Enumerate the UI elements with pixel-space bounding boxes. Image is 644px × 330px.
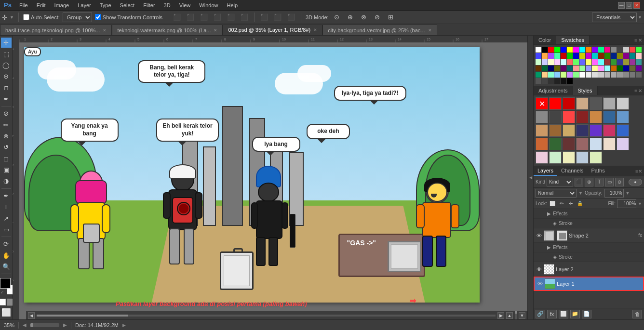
shape-tool[interactable]: ▭ xyxy=(1,224,12,235)
close-tab-3[interactable]: ✕ xyxy=(313,27,317,32)
style-swatch[interactable] xyxy=(576,138,589,150)
style-swatch[interactable] xyxy=(563,138,575,150)
layer-1[interactable]: 👁 Layer 1 xyxy=(534,277,644,291)
menu-window[interactable]: Window xyxy=(195,1,222,9)
color-swatch[interactable] xyxy=(617,72,623,78)
color-swatch[interactable] xyxy=(617,47,623,53)
color-swatch[interactable] xyxy=(561,72,566,78)
add-mask-btn[interactable]: ⬜ xyxy=(559,310,568,318)
3d-rotate-tool[interactable]: ⟳ xyxy=(1,239,12,249)
opacity-arrow[interactable]: ▼ xyxy=(626,191,630,196)
align-top-btn[interactable]: ⬛ xyxy=(212,12,223,23)
color-swatch[interactable] xyxy=(561,66,566,71)
filter-adjust-btn[interactable]: ⊕ xyxy=(585,178,593,186)
color-swatch[interactable] xyxy=(623,72,629,78)
panel-menu-btn[interactable]: ≡ xyxy=(634,38,637,43)
style-swatch[interactable] xyxy=(549,124,562,137)
style-swatch[interactable] xyxy=(576,151,589,164)
style-swatch[interactable] xyxy=(536,111,548,123)
color-swatch[interactable] xyxy=(598,72,604,78)
tab-4[interactable]: city-background-vector.jpg @ 25% (bac...… xyxy=(322,25,437,35)
color-swatch[interactable] xyxy=(623,59,629,65)
opacity-input[interactable] xyxy=(604,189,624,198)
color-swatch[interactable] xyxy=(536,66,541,71)
color-swatch[interactable] xyxy=(573,47,579,53)
canvas-area[interactable]: 1 2 3 4 5 6 7 8 9 xyxy=(13,36,527,319)
menu-3d[interactable]: 3D xyxy=(160,1,174,9)
3d-btn3[interactable]: ⊗ xyxy=(359,12,369,23)
auto-select-checkbox[interactable] xyxy=(23,14,29,20)
brush-tool[interactable]: ✏ xyxy=(1,119,12,130)
hand-tool[interactable]: ✋ xyxy=(1,250,12,260)
layers-filter-select[interactable]: Kind xyxy=(547,178,573,186)
layers-list[interactable]: ▶ Effects ◈ Stroke 👁 Shape 2 xyxy=(534,209,644,308)
filter-toggle[interactable]: ● xyxy=(629,179,642,185)
color-swatch[interactable] xyxy=(592,66,598,71)
menu-image[interactable]: Image xyxy=(51,1,73,9)
3d-btn4[interactable]: ⊘ xyxy=(372,12,383,23)
color-swatch[interactable] xyxy=(604,66,610,71)
color-swatch[interactable] xyxy=(611,66,617,71)
close-tab-2[interactable]: ✕ xyxy=(214,28,217,33)
clone-stamp-tool[interactable]: ⊗ xyxy=(1,131,12,141)
color-swatch[interactable] xyxy=(592,53,598,59)
color-swatch[interactable] xyxy=(542,59,548,65)
color-swatch[interactable] xyxy=(536,72,541,78)
color-swatch[interactable] xyxy=(630,53,635,59)
color-swatch[interactable] xyxy=(630,47,635,53)
transform-controls-checkbox[interactable] xyxy=(95,14,101,20)
menu-filter[interactable]: Filter xyxy=(139,1,159,9)
color-swatch[interactable] xyxy=(604,59,610,65)
filter-shape-btn[interactable]: ▭ xyxy=(605,178,614,186)
align-center-btn[interactable]: ⬛ xyxy=(185,12,196,23)
style-swatch[interactable] xyxy=(549,151,562,164)
marquee-tool[interactable]: ⬚ xyxy=(1,49,12,59)
lock-pixels-btn[interactable]: ✏ xyxy=(558,200,565,208)
color-swatch[interactable] xyxy=(542,66,548,71)
color-swatch[interactable] xyxy=(567,78,573,84)
align-left-btn[interactable]: ⬛ xyxy=(172,12,182,23)
color-swatch[interactable] xyxy=(548,66,554,71)
fill-input[interactable] xyxy=(617,199,636,208)
style-swatch[interactable] xyxy=(617,111,629,123)
color-swatch[interactable] xyxy=(554,78,560,84)
lock-all-btn[interactable]: 🔒 xyxy=(576,200,584,208)
color-swatch[interactable] xyxy=(542,72,548,78)
visibility-layer1[interactable]: 👁 xyxy=(537,280,543,287)
canvas-scroll-prev[interactable]: ▲ xyxy=(506,312,513,319)
collapse-panel-button[interactable]: ◀ xyxy=(527,36,533,319)
layer-2[interactable]: 👁 Layer 2 xyxy=(534,262,644,277)
adjustments-tab[interactable]: Adjustments xyxy=(534,86,573,95)
color-swatch[interactable] xyxy=(536,59,541,65)
style-swatch[interactable] xyxy=(563,151,575,164)
color-swatch[interactable] xyxy=(617,53,623,59)
new-layer-btn[interactable]: 📄 xyxy=(582,310,591,318)
color-swatch[interactable] xyxy=(592,47,598,53)
color-swatch[interactable] xyxy=(630,59,635,65)
color-swatch[interactable] xyxy=(611,47,617,53)
align-right-btn[interactable]: ⬛ xyxy=(199,12,209,23)
zoom-slider[interactable] xyxy=(30,323,59,327)
zoom-out-btn[interactable]: ◀ xyxy=(23,322,27,328)
maximize-button[interactable]: □ xyxy=(626,2,632,9)
style-swatch[interactable] xyxy=(549,97,562,110)
style-swatch[interactable] xyxy=(549,138,562,150)
zoom-tool[interactable]: 🔍 xyxy=(1,262,12,272)
style-swatch[interactable] xyxy=(590,111,602,123)
color-swatch[interactable] xyxy=(579,47,585,53)
healing-tool[interactable]: ⊘ xyxy=(1,108,12,119)
paths-tab[interactable]: Paths xyxy=(588,166,609,176)
color-swatch[interactable] xyxy=(592,59,598,65)
menu-type[interactable]: Type xyxy=(96,1,115,9)
delete-layer-btn[interactable]: 🗑 xyxy=(632,310,642,318)
color-swatch[interactable] xyxy=(542,47,548,53)
color-swatch[interactable] xyxy=(548,78,554,84)
color-swatch[interactable] xyxy=(598,53,604,59)
align-middle-btn[interactable]: ⬛ xyxy=(226,12,236,23)
color-swatch[interactable] xyxy=(573,72,579,78)
distribute-h-btn[interactable]: ⬛ xyxy=(259,12,269,23)
menu-file[interactable]: File xyxy=(15,1,32,9)
color-swatch[interactable] xyxy=(548,47,554,53)
color-swatch[interactable] xyxy=(592,72,598,78)
style-swatch[interactable] xyxy=(536,138,548,150)
